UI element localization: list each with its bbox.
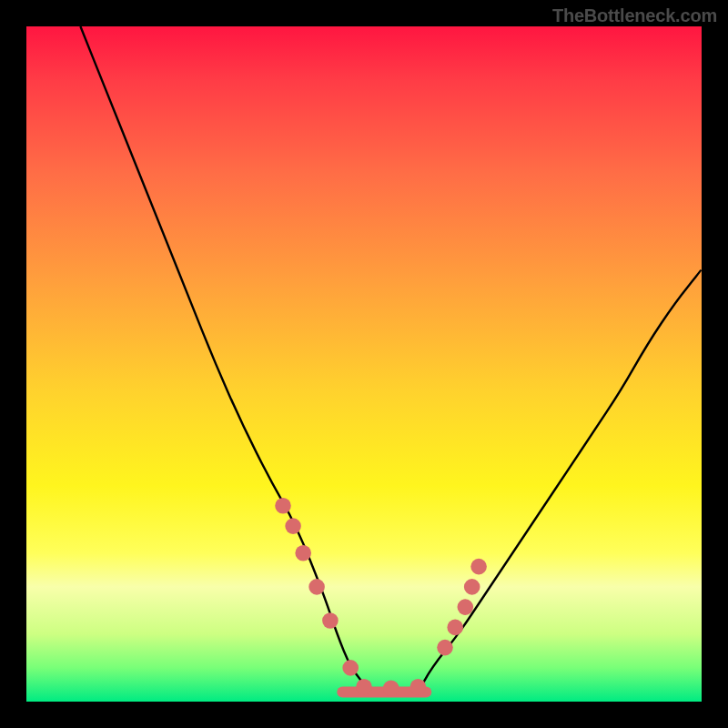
chart-frame: TheBottleneck.com	[0, 0, 728, 728]
marker-dot	[275, 498, 291, 514]
marker-dot	[285, 518, 301, 534]
bottleneck-curve	[80, 26, 702, 693]
marker-dot	[470, 559, 487, 575]
watermark-text: TheBottleneck.com	[552, 5, 717, 26]
marker-dot	[383, 680, 399, 696]
marker-dot	[437, 640, 453, 656]
marker-dot	[464, 579, 480, 595]
marker-dot	[295, 545, 311, 561]
plot-area	[26, 26, 702, 702]
curve-layer	[26, 26, 702, 702]
marker-dot	[342, 660, 359, 676]
marker-dot	[308, 579, 325, 595]
highlight-markers	[275, 498, 487, 696]
marker-dot	[458, 599, 474, 615]
marker-dot	[356, 679, 372, 695]
marker-dot	[410, 679, 427, 695]
marker-dot	[322, 612, 339, 629]
marker-dot	[447, 620, 463, 636]
